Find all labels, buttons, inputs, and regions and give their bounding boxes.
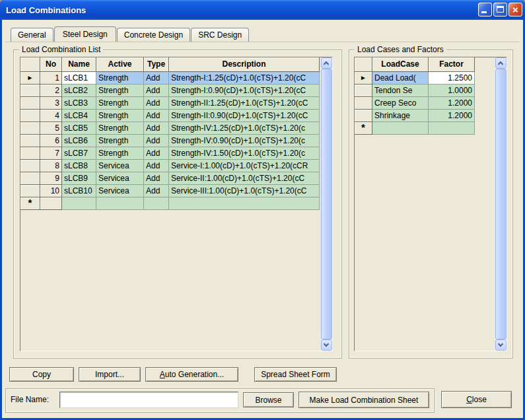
lcf-grid-vertical-scrollbar[interactable] xyxy=(495,57,507,351)
lcf-header-factor[interactable]: Factor xyxy=(429,57,475,72)
row-selector-cell[interactable]: ► xyxy=(20,72,40,85)
lc-cell-type[interactable]: Add xyxy=(144,122,169,135)
lc-cell-no[interactable]: 2 xyxy=(40,85,62,97)
lc-cell-description[interactable]: Strength-II:1.25(cD)+1.0(cTS)+1.20(cC xyxy=(169,97,320,110)
lc-cell-description[interactable]: Strength-IV:1.25(cD)+1.0(cTS)+1.20(c xyxy=(169,122,320,135)
make-load-combination-sheet-button[interactable]: Make Load Combination Sheet xyxy=(298,392,429,408)
lc-cell-description[interactable]: Service-II:1.00(cD)+1.0(cTS)+1.20(cC xyxy=(169,172,320,185)
scrollbar-thumb[interactable] xyxy=(321,69,332,339)
lcf-header-loadcase[interactable]: LoadCase xyxy=(372,57,429,72)
lc-cell-name[interactable]: sLCB6 xyxy=(62,135,96,147)
row-selector-cell[interactable] xyxy=(355,85,372,97)
lc-cell-active[interactable]: Servicea xyxy=(96,160,144,172)
lc-cell-active[interactable]: Strength xyxy=(96,135,144,147)
lc-cell-name[interactable]: sLCB9 xyxy=(62,172,96,185)
lc-cell-no[interactable]: 7 xyxy=(40,147,62,160)
row-selector-cell[interactable]: ► xyxy=(355,72,372,85)
lc-cell-active[interactable]: Strength xyxy=(96,85,144,97)
lc-cell-type[interactable]: Add xyxy=(144,135,169,147)
lcf-cell-factor[interactable]: 1.2000 xyxy=(429,97,475,110)
row-selector-cell[interactable] xyxy=(20,147,40,160)
lc-cell-no[interactable]: 6 xyxy=(40,135,62,147)
lc-cell-no[interactable]: 3 xyxy=(40,97,62,110)
lc-cell-no[interactable]: 4 xyxy=(40,110,62,122)
row-selector-cell[interactable] xyxy=(20,160,40,172)
scroll-down-button[interactable] xyxy=(495,339,507,351)
row-selector-cell[interactable] xyxy=(20,135,40,147)
lc-cell-name[interactable]: sLCB7 xyxy=(62,147,96,160)
lc-cell-description[interactable] xyxy=(169,197,320,210)
copy-button[interactable]: Copy xyxy=(9,367,74,382)
lc-cell-name[interactable]: sLCB5 xyxy=(62,122,96,135)
lc-cell-description[interactable]: Strength-I:1.25(cD)+1.0(cTS)+1.20(cC xyxy=(169,72,320,85)
lcf-cell-load_case[interactable] xyxy=(372,122,429,135)
lc-header-name[interactable]: Name xyxy=(62,57,96,72)
lc-cell-active[interactable]: Servicea xyxy=(96,172,144,185)
scrollbar-thumb[interactable] xyxy=(495,69,507,339)
lc-cell-active[interactable]: Strength xyxy=(96,97,144,110)
lc-cell-active[interactable]: Strength xyxy=(96,147,144,160)
lc-cell-type[interactable]: Add xyxy=(144,185,169,197)
browse-button[interactable]: Browse xyxy=(243,392,294,407)
lc-header-selector[interactable] xyxy=(20,57,40,72)
file-name-input[interactable] xyxy=(59,392,238,408)
row-selector-cell[interactable] xyxy=(20,97,40,110)
lcf-cell-factor[interactable]: 1.0000 xyxy=(429,85,475,97)
row-selector-cell[interactable] xyxy=(20,110,40,122)
row-selector-cell[interactable] xyxy=(355,110,372,122)
lc-cell-active[interactable] xyxy=(96,197,144,210)
lcf-cell-factor[interactable]: 1.2000 xyxy=(429,110,475,122)
lc-cell-description[interactable]: Strength-IV:0.90(cD)+1.0(cTS)+1.20(c xyxy=(169,135,320,147)
close-window-button[interactable]: × xyxy=(508,3,522,17)
close-button[interactable]: Close xyxy=(441,391,512,408)
lc-cell-no[interactable]: 8 xyxy=(40,160,62,172)
lc-header-no[interactable]: No xyxy=(40,57,62,72)
lc-cell-active[interactable]: Servicea xyxy=(96,185,144,197)
lc-cell-type[interactable]: Add xyxy=(144,85,169,97)
row-selector-cell[interactable] xyxy=(20,85,40,97)
lc-cell-name[interactable]: sLCB1 xyxy=(62,72,96,85)
lc-grid-vertical-scrollbar[interactable] xyxy=(321,57,332,351)
lc-cell-type[interactable]: Add xyxy=(144,160,169,172)
lc-cell-description[interactable]: Strength-I:0.90(cD)+1.0(cTS)+1.20(cC xyxy=(169,85,320,97)
row-selector-cell[interactable] xyxy=(355,97,372,110)
lc-cell-no[interactable]: 1 xyxy=(40,72,62,85)
new-row-indicator-cell[interactable]: * xyxy=(20,197,40,210)
tab-concrete-design[interactable]: Concrete Design xyxy=(117,28,190,42)
lc-cell-description[interactable]: Strength-II:0.90(cD)+1.0(cTS)+1.20(cC xyxy=(169,110,320,122)
lc-cell-type[interactable]: Add xyxy=(144,72,169,85)
lc-cell-description[interactable]: Service-III:1.00(cD)+1.0(cTS)+1.20(cC xyxy=(169,185,320,197)
lc-cell-no[interactable]: 10 xyxy=(40,185,62,197)
lc-cell-active[interactable]: Strength xyxy=(96,122,144,135)
lcf-cell-load_case[interactable]: Dead Load( xyxy=(372,72,429,85)
lcf-cell-factor[interactable]: 1.2500 xyxy=(429,72,475,85)
spread-sheet-form-button[interactable]: Spread Sheet Form xyxy=(254,367,337,382)
auto-generation-button[interactable]: Auto Generation... xyxy=(145,367,238,382)
lc-cell-name[interactable]: sLCB3 xyxy=(62,97,96,110)
lc-cell-name[interactable]: sLCB4 xyxy=(62,110,96,122)
new-row-indicator-cell[interactable]: * xyxy=(355,122,372,135)
lcf-cell-factor[interactable] xyxy=(429,122,475,135)
lc-cell-description[interactable]: Strength-IV:1.50(cD)+1.0(cTS)+1.20(c xyxy=(169,147,320,160)
lc-header-description[interactable]: Description xyxy=(169,57,320,72)
lc-cell-active[interactable]: Strength xyxy=(96,110,144,122)
tab-steel-design[interactable]: Steel Design xyxy=(54,26,116,42)
lc-header-active[interactable]: Active xyxy=(96,57,144,72)
lcf-header-selector[interactable] xyxy=(355,57,372,72)
lc-cell-no[interactable]: 9 xyxy=(40,172,62,185)
lc-cell-name[interactable]: sLCB2 xyxy=(62,85,96,97)
lc-cell-type[interactable]: Add xyxy=(144,110,169,122)
scroll-down-button[interactable] xyxy=(321,339,332,351)
tab-general[interactable]: General xyxy=(11,28,53,42)
title-bar[interactable]: Load Combinations × xyxy=(0,0,525,20)
tab-src-design[interactable]: SRC Design xyxy=(191,28,249,42)
row-selector-cell[interactable] xyxy=(20,122,40,135)
lc-cell-type[interactable]: Add xyxy=(144,97,169,110)
lc-cell-active[interactable]: Strength xyxy=(96,72,144,85)
minimize-button[interactable] xyxy=(478,3,492,17)
lc-cell-no[interactable] xyxy=(40,197,62,210)
lc-cell-name[interactable]: sLCB10 xyxy=(62,185,96,197)
maximize-button[interactable] xyxy=(493,3,507,17)
lc-cell-type[interactable]: Add xyxy=(144,147,169,160)
row-selector-cell[interactable] xyxy=(20,185,40,197)
